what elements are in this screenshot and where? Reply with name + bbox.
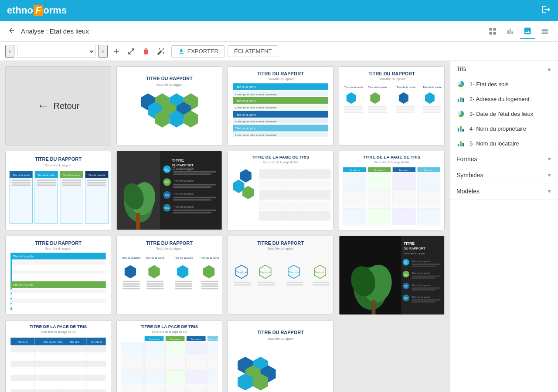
- svg-rect-176: [122, 283, 140, 284]
- page-select[interactable]: [17, 45, 95, 58]
- prev-page-button[interactable]: ‹: [5, 45, 14, 58]
- svg-rect-285: [145, 385, 165, 392]
- logo-orms: orms: [43, 5, 67, 16]
- page-title: Analyse : Etat des lieux: [21, 27, 482, 35]
- modeles-section-header[interactable]: Modèles ▼: [450, 183, 558, 199]
- next-page-button[interactable]: ›: [98, 45, 107, 58]
- svg-rect-247: [10, 368, 105, 374]
- svg-text:Sous-titre du rapport: Sous-titre du rapport: [45, 247, 71, 250]
- slide-card-2[interactable]: TITRE DU RAPPORT Sous-titre du rapport T…: [228, 66, 333, 145]
- expand-button[interactable]: [125, 45, 137, 57]
- slide-card-10[interactable]: TITRE DU RAPPORT Sous-titre du rapport T…: [228, 236, 333, 315]
- tris-item-4[interactable]: 4- Nom du propriétaire: [450, 121, 558, 136]
- svg-text:01: 01: [405, 261, 408, 264]
- sub-toolbar: ‹ › EXPORTER ÉCLATEMENT: [0, 42, 558, 61]
- svg-text:Titre du tri: Titre du tri: [170, 338, 180, 341]
- svg-rect-281: [166, 370, 186, 384]
- chart-view-button[interactable]: [502, 24, 518, 39]
- grid-view-button[interactable]: [485, 24, 500, 39]
- delete-button[interactable]: [140, 45, 152, 57]
- svg-rect-144: [343, 208, 366, 225]
- slide-card-13[interactable]: TITRE DE LA PAGE DE TRIS Sous-titre de l…: [116, 320, 222, 392]
- tris-section-header[interactable]: Tris ▲: [450, 61, 558, 77]
- formes-section-header[interactable]: Formes ▼: [450, 151, 558, 167]
- svg-rect-223: [412, 265, 436, 267]
- svg-text:Sous-titre du rapport: Sous-titre du rapport: [172, 168, 194, 171]
- slide-card-5[interactable]: 01 Titre de la partie 02 Titre de la par…: [116, 151, 222, 230]
- svg-rect-118: [259, 180, 330, 189]
- svg-text:Titre du tri: Titre du tri: [374, 169, 384, 172]
- image-view-button[interactable]: [520, 24, 535, 39]
- svg-text:TITRE DU RAPPORT: TITRE DU RAPPORT: [257, 240, 304, 245]
- slide-card-8[interactable]: TITRE DU RAPPORT Sous-titre du rapport T…: [5, 236, 111, 315]
- svg-text:TITRE DU RAPPORT: TITRE DU RAPPORT: [35, 156, 82, 162]
- eclatement-button[interactable]: ÉCLATEMENT: [228, 45, 278, 57]
- svg-rect-299: [458, 99, 459, 102]
- export-label: EXPORTER: [187, 48, 218, 54]
- return-card[interactable]: ← Retour: [5, 66, 111, 145]
- svg-text:Titre de la partie: Titre de la partie: [173, 205, 194, 209]
- tris-item-1-label: 1- Etat des sols: [470, 81, 509, 88]
- svg-text:Sous-titre du rapport: Sous-titre du rapport: [157, 247, 183, 250]
- svg-rect-288: [208, 385, 218, 392]
- add-button[interactable]: [110, 45, 122, 57]
- tris-item-2-label: 2- Adresse du logement: [470, 96, 529, 102]
- svg-text:TITRE: TITRE: [404, 241, 415, 245]
- return-label: Retour: [53, 101, 79, 111]
- svg-text:Titre de la partie: Titre de la partie: [63, 174, 80, 176]
- slide-card-12[interactable]: TITRE DE LA PAGE DE TRIS Sous-titre de l…: [5, 320, 111, 392]
- svg-rect-276: [166, 356, 186, 370]
- svg-text:Titre de la partie: Titre de la partie: [122, 257, 141, 259]
- svg-rect-209: [313, 284, 330, 285]
- svg-rect-92: [173, 174, 211, 175]
- svg-rect-177: [122, 285, 140, 287]
- svg-text:Titre de la partie: Titre de la partie: [397, 86, 416, 88]
- svg-text:DU RAPPORT: DU RAPPORT: [404, 246, 425, 250]
- slide-card-3[interactable]: TITRE DU RAPPORT Sous-titre du rapport T…: [339, 66, 445, 145]
- svg-text:TITRE DE LA PAGE DE TRIS: TITRE DE LA PAGE DE TRIS: [363, 155, 421, 160]
- svg-rect-185: [175, 285, 192, 287]
- slide-card-1[interactable]: TITRE DU RAPPORT Sous-titre du rapport: [116, 66, 222, 145]
- svg-text:Titre de la partie: Titre de la partie: [38, 174, 55, 176]
- layout-view-button[interactable]: [537, 24, 553, 39]
- svg-rect-180: [146, 283, 163, 284]
- symboles-chevron-icon: ▼: [547, 172, 552, 178]
- tris-items-list: 1- Etat des sols 2- Adresse du logement: [450, 77, 558, 151]
- svg-text:Titre du tri: Titre du tri: [191, 338, 201, 341]
- svg-text:04: 04: [165, 206, 169, 210]
- tris-item-1[interactable]: 1- Etat des sols: [450, 77, 558, 91]
- slide-card-6[interactable]: TITRE DE LA PAGE DE TRIS Sous-titre de l…: [228, 151, 333, 230]
- slide-card-11[interactable]: TITRE DU RAPPORT Sous-titre du rapport 0…: [339, 236, 445, 315]
- slide-grid: ← Retour TITRE DU RAPPORT Sous-titre du …: [0, 61, 450, 392]
- slide-card-7[interactable]: TITRE DE LA PAGE DE TRIS Sous-titre de l…: [339, 151, 445, 230]
- svg-text:Titre de la partie: Titre de la partie: [201, 257, 220, 259]
- svg-rect-49: [395, 106, 415, 108]
- svg-rect-163: [10, 304, 105, 308]
- export-button[interactable]: EXPORTER: [171, 45, 225, 57]
- svg-rect-282: [187, 370, 207, 384]
- svg-text:Titre de la partie: Titre de la partie: [88, 174, 105, 176]
- tris-item-3[interactable]: 3- Date de l'état des lieux: [450, 106, 558, 121]
- tris-item-2[interactable]: 2- Adresse du logement: [450, 91, 558, 106]
- svg-text:TITRE DE LA PAGE DE TRIS: TITRE DE LA PAGE DE TRIS: [252, 155, 310, 160]
- symboles-section-header[interactable]: Symboles ▼: [450, 167, 558, 183]
- svg-text:Sous-titre du rapport: Sous-titre du rapport: [157, 83, 183, 87]
- svg-rect-107: [173, 212, 211, 213]
- svg-rect-142: [393, 191, 415, 207]
- slide-card-9[interactable]: TITRE DU RAPPORT Sous-titre du rapport T…: [116, 236, 222, 315]
- svg-rect-91: [173, 171, 216, 172]
- slide-card-14[interactable]: TITRE DU RAPPORT Sous-titre du rapport: [228, 320, 333, 392]
- svg-text:Sous-titre de la page de tris: Sous-titre de la page de tris: [263, 161, 298, 165]
- svg-rect-246: [10, 361, 105, 367]
- svg-text:Sous-titre du rapport: Sous-titre du rapport: [45, 164, 71, 167]
- back-button[interactable]: [5, 25, 18, 38]
- svg-rect-146: [393, 208, 415, 225]
- tris-item-5[interactable]: 5- Nom du locataire: [450, 136, 558, 151]
- magic-button[interactable]: [155, 45, 167, 57]
- svg-rect-145: [368, 208, 391, 225]
- slide-card-4[interactable]: TITRE DU RAPPORT Sous-titre du rapport T…: [5, 151, 111, 230]
- svg-text:Sous-titre du rapport: Sous-titre du rapport: [404, 252, 425, 254]
- tris-section: Tris ▲ 1- Etat des sols: [450, 61, 558, 151]
- logout-button[interactable]: [541, 5, 551, 17]
- svg-rect-178: [122, 288, 140, 289]
